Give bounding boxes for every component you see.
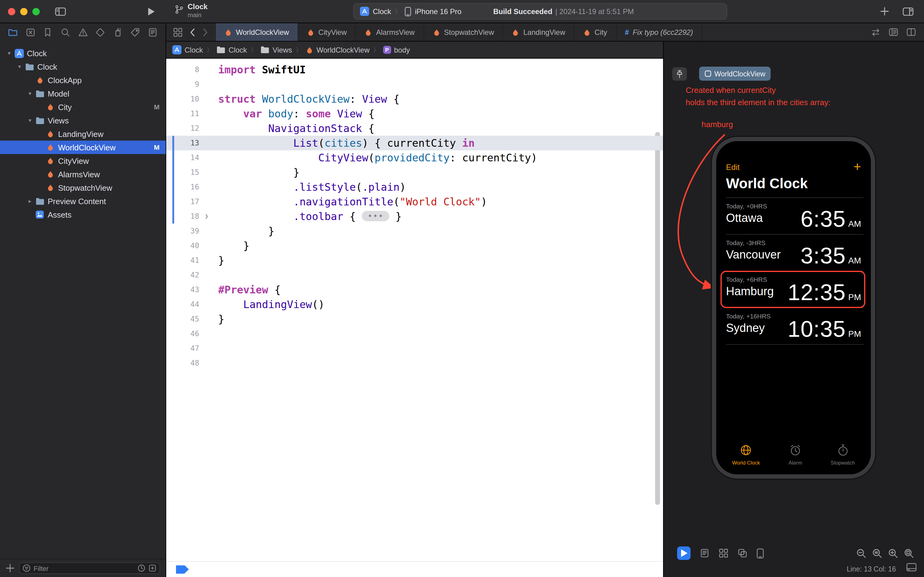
world-clock-row-hamburg[interactable]: Today, +6HRSHamburg12:35PM xyxy=(726,271,863,308)
code-line-41[interactable]: 41} xyxy=(166,253,663,268)
phone-tab-stopwatch[interactable]: Stopwatch xyxy=(831,444,855,466)
tab-cityview[interactable]: CityView xyxy=(298,23,356,41)
preview-variants-button[interactable] xyxy=(700,548,710,558)
breadcrumb-item-worldclockview[interactable]: WorldClockView xyxy=(306,45,370,54)
close-window-button[interactable] xyxy=(8,8,15,15)
phone-tab-world-clock[interactable]: World Clock xyxy=(732,444,760,466)
navigator-item-alarmsview[interactable]: AlarmsView xyxy=(0,168,166,181)
code-line-11[interactable]: 11 var body: some View { xyxy=(166,106,663,121)
disclosure-open-icon[interactable]: ▾ xyxy=(5,50,13,56)
device-settings-button[interactable] xyxy=(757,548,764,558)
preview-grid-button[interactable] xyxy=(719,548,728,558)
code-line-42[interactable]: 42 xyxy=(166,268,663,282)
code-line-8[interactable]: 8import SwiftUI xyxy=(166,62,663,77)
add-file-icon[interactable] xyxy=(5,564,14,573)
breakpoint-toggle-icon[interactable] xyxy=(176,565,189,574)
library-add-icon[interactable] xyxy=(880,7,889,16)
code-line-48[interactable]: 48 xyxy=(166,356,663,371)
navigator-item-cityview[interactable]: CityView xyxy=(0,154,166,168)
code-line-17[interactable]: 17 .navigationTitle("World Clock") xyxy=(166,194,663,209)
code-area[interactable]: 8import SwiftUI910struct WorldClockView:… xyxy=(166,59,663,561)
navigator-item-model[interactable]: ▾Model xyxy=(0,87,166,100)
navigator-tab-bookmarks[interactable] xyxy=(43,27,53,37)
color-scheme-variants-button[interactable] xyxy=(737,548,747,558)
code-line-47[interactable]: 47 xyxy=(166,341,663,356)
breadcrumb-item-clock[interactable]: Clock xyxy=(216,45,247,54)
tab-alarmsview[interactable]: AlarmsView xyxy=(356,23,424,41)
navigator-item-worldclockview[interactable]: WorldClockViewM xyxy=(0,140,166,154)
minimize-window-button[interactable] xyxy=(20,8,27,15)
tab-worldclockview[interactable]: WorldClockView xyxy=(215,23,298,41)
edit-button[interactable]: Edit xyxy=(726,162,740,171)
navigator-item-stopwatchview[interactable]: StopwatchView xyxy=(0,181,166,194)
navigator-tab-issues[interactable] xyxy=(78,27,88,37)
code-line-39[interactable]: 39 } xyxy=(166,224,663,239)
add-city-button[interactable]: + xyxy=(853,162,861,172)
code-line-12[interactable]: 12 NavigationStack { xyxy=(166,121,663,136)
navigator-item-preview-content[interactable]: ▸Preview Content xyxy=(0,194,166,208)
code-line-16[interactable]: 16 .listStyle(.plain) xyxy=(166,180,663,194)
zoom-out-button[interactable] xyxy=(856,548,866,559)
run-button[interactable] xyxy=(146,7,156,19)
tab-fix-typo-6cc2292[interactable]: #Fix typo (6cc2292) xyxy=(616,23,702,41)
run-destination-selector[interactable]: iPhone 16 Pro xyxy=(415,7,461,16)
scm-status-filter-icon[interactable] xyxy=(148,564,156,572)
disclosure-open-icon[interactable]: ▾ xyxy=(26,90,34,97)
code-line-15[interactable]: 15 } xyxy=(166,165,663,180)
breadcrumb-item-body[interactable]: Pbody xyxy=(383,45,410,54)
zoom-actual-button[interactable] xyxy=(872,548,882,559)
navigator-tab-breakpoints[interactable] xyxy=(130,27,140,37)
toggle-debug-area-icon[interactable] xyxy=(906,563,917,574)
zoom-fit-button[interactable] xyxy=(904,548,914,559)
code-line-45[interactable]: 45} xyxy=(166,312,663,326)
back-icon[interactable] xyxy=(190,28,196,36)
navigator-tab-project[interactable] xyxy=(8,27,18,37)
filter-field[interactable]: Filter xyxy=(19,562,160,574)
code-line-46[interactable]: 46 xyxy=(166,326,663,341)
world-clock-row-vancouver[interactable]: Today, -3HRSVancouver3:35AM xyxy=(726,235,863,271)
code-line-14[interactable]: 14 CityView(providedCity: currentCity) xyxy=(166,150,663,165)
code-line-40[interactable]: 40 } xyxy=(166,239,663,253)
live-preview-button[interactable] xyxy=(677,546,691,560)
code-line-44[interactable]: 44 LandingView() xyxy=(166,297,663,312)
code-line-13[interactable]: 13 List(cities) { currentCity in xyxy=(166,136,663,150)
source-control-info[interactable]: Clock main xyxy=(175,2,208,18)
forward-icon[interactable] xyxy=(202,28,208,36)
toggle-inspector-icon[interactable] xyxy=(903,7,914,16)
preview-target-chip[interactable]: WorldClockView xyxy=(699,67,771,81)
world-clock-row-sydney[interactable]: Today, +16HRSSydney10:35PM xyxy=(726,308,863,345)
code-line-43[interactable]: 43#Preview { xyxy=(166,282,663,297)
navigator-tab-source-control[interactable] xyxy=(25,27,35,37)
phone-tab-alarm[interactable]: Alarm xyxy=(789,444,802,466)
tab-overview-icon[interactable] xyxy=(173,27,183,37)
navigator-item-views[interactable]: ▾Views xyxy=(0,114,166,127)
toggle-navigator-icon[interactable] xyxy=(55,7,66,19)
folded-code-pill[interactable]: ••• xyxy=(362,211,389,221)
navigator-item-landingview[interactable]: LandingView xyxy=(0,127,166,140)
world-clock-row-ottawa[interactable]: Today, +0HRSOttawa6:35AM xyxy=(726,198,863,235)
scheme-selector[interactable]: Clock xyxy=(373,7,391,16)
pin-preview-button[interactable] xyxy=(672,67,687,81)
code-fold-chevron-icon[interactable]: ❯ xyxy=(205,209,208,224)
breadcrumb-item-clock[interactable]: Clock xyxy=(172,45,203,55)
add-editor-icon[interactable] xyxy=(906,27,916,37)
recent-files-icon[interactable] xyxy=(137,564,145,572)
tab-city[interactable]: City xyxy=(575,23,616,41)
code-review-icon[interactable] xyxy=(871,28,881,36)
navigator-tab-tests[interactable] xyxy=(95,27,105,37)
navigator-tab-find[interactable] xyxy=(61,27,70,37)
fullscreen-window-button[interactable] xyxy=(32,8,40,15)
zoom-in-button[interactable] xyxy=(888,548,898,559)
tab-stopwatchview[interactable]: StopwatchView xyxy=(424,23,503,41)
navigator-item-clock[interactable]: ▾Clock xyxy=(0,47,166,60)
tab-landingview[interactable]: LandingView xyxy=(503,23,575,41)
disclosure-open-icon[interactable]: ▾ xyxy=(15,64,24,70)
jump-bar[interactable]: Clock〉Clock〉Views〉WorldClockView〉Pbody xyxy=(166,42,663,59)
disclosure-open-icon[interactable]: ▾ xyxy=(26,118,34,124)
navigator-item-clock[interactable]: ▾Clock xyxy=(0,60,166,73)
breadcrumb-item-views[interactable]: Views xyxy=(260,45,292,54)
navigator-tab-reports[interactable] xyxy=(148,27,158,37)
navigator-item-city[interactable]: CityM xyxy=(0,100,166,114)
disclosure-closed-icon[interactable]: ▸ xyxy=(26,198,34,204)
navigator-item-clockapp[interactable]: ClockApp xyxy=(0,73,166,87)
